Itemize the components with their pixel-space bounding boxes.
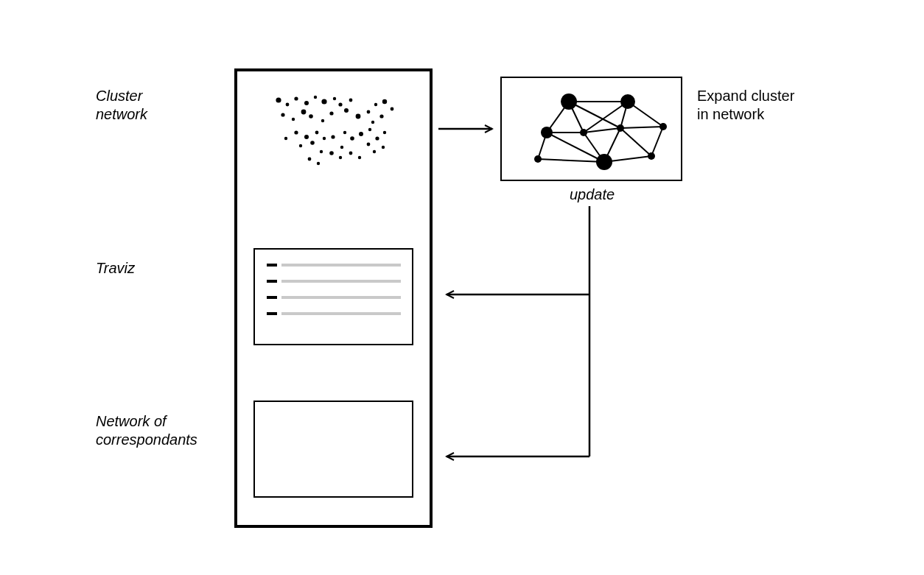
- svg-point-20: [391, 107, 394, 111]
- svg-point-26: [299, 144, 302, 147]
- svg-point-8: [309, 114, 313, 119]
- svg-point-33: [340, 146, 343, 149]
- svg-point-19: [382, 99, 387, 104]
- svg-point-13: [344, 108, 349, 113]
- svg-point-2: [294, 96, 298, 100]
- svg-point-11: [338, 102, 342, 106]
- svg-point-32: [350, 136, 354, 141]
- panel-expanded-box: [501, 77, 682, 180]
- svg-point-22: [371, 121, 374, 124]
- svg-point-27: [315, 131, 319, 135]
- svg-point-42: [349, 152, 353, 155]
- diagram-canvas: Cluster network Traviz Network of corres…: [0, 0, 924, 575]
- svg-point-46: [373, 150, 376, 153]
- svg-point-82: [534, 155, 542, 163]
- svg-point-78: [596, 154, 612, 170]
- svg-point-25: [304, 135, 309, 139]
- svg-point-17: [367, 110, 371, 114]
- svg-point-10: [333, 97, 336, 100]
- svg-point-16: [356, 114, 361, 119]
- svg-point-9: [321, 99, 326, 104]
- svg-point-23: [294, 130, 298, 134]
- svg-point-81: [617, 124, 624, 132]
- svg-point-31: [343, 131, 346, 134]
- svg-point-47: [382, 146, 385, 149]
- svg-point-3: [304, 101, 309, 105]
- svg-point-7: [281, 113, 284, 116]
- svg-point-29: [323, 137, 326, 140]
- cluster-dots-icon: [276, 96, 393, 165]
- svg-point-80: [580, 129, 587, 136]
- svg-point-6: [292, 118, 295, 121]
- svg-point-24: [284, 137, 287, 140]
- svg-point-77: [648, 152, 655, 160]
- svg-point-43: [358, 156, 361, 159]
- svg-point-1: [286, 103, 290, 107]
- svg-point-5: [301, 110, 307, 115]
- svg-point-38: [367, 143, 371, 147]
- svg-point-0: [276, 97, 281, 102]
- svg-line-67: [620, 127, 663, 128]
- svg-point-44: [308, 158, 312, 161]
- svg-point-30: [331, 135, 335, 138]
- svg-line-72: [547, 133, 604, 162]
- svg-point-35: [368, 128, 371, 131]
- svg-point-79: [541, 127, 553, 138]
- svg-point-39: [320, 150, 323, 153]
- svg-point-45: [317, 162, 320, 165]
- svg-point-40: [329, 151, 334, 155]
- svg-point-36: [375, 136, 379, 140]
- svg-line-58: [651, 127, 663, 156]
- svg-line-68: [620, 128, 651, 156]
- svg-point-15: [321, 119, 324, 122]
- svg-point-21: [379, 114, 383, 118]
- svg-point-41: [339, 156, 342, 159]
- svg-point-28: [310, 141, 315, 145]
- panel-correspondants-box: [254, 401, 413, 497]
- svg-point-37: [383, 131, 386, 134]
- svg-line-60: [538, 159, 604, 162]
- svg-point-18: [374, 103, 377, 106]
- svg-point-75: [620, 94, 635, 109]
- list-icon: [267, 265, 401, 314]
- svg-point-76: [659, 123, 667, 130]
- svg-point-12: [349, 99, 353, 102]
- svg-point-34: [359, 132, 363, 136]
- svg-point-4: [314, 96, 317, 99]
- diagram-svg: [0, 0, 924, 575]
- svg-point-14: [329, 111, 333, 115]
- svg-point-74: [561, 94, 577, 110]
- network-graph-icon: [534, 94, 667, 170]
